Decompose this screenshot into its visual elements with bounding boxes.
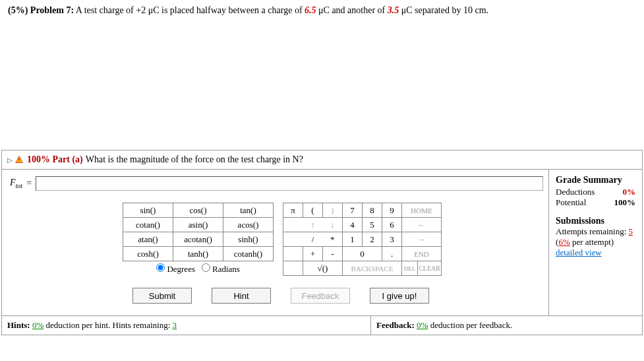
detailed-view-link[interactable]: detailed view bbox=[556, 247, 602, 257]
var-sub: tot bbox=[16, 182, 23, 189]
func-cosh[interactable]: cosh() bbox=[123, 247, 173, 261]
hints-remaining: 3 bbox=[173, 320, 177, 330]
deductions-value: 0% bbox=[623, 187, 636, 197]
key-3[interactable]: 3 bbox=[382, 232, 402, 247]
variable-name: Ftot bbox=[10, 178, 22, 189]
func-tan[interactable]: tan() bbox=[223, 203, 274, 218]
var-base: F bbox=[10, 178, 16, 187]
attempts-label: Attempts remaining: bbox=[556, 226, 628, 236]
key-6[interactable]: 6 bbox=[382, 218, 402, 232]
main-row: Ftot = sin() cos() tan() bbox=[2, 170, 642, 315]
key-del[interactable]: DEL bbox=[402, 261, 418, 275]
submit-button[interactable]: Submit bbox=[132, 288, 192, 304]
key-home[interactable]: HOME bbox=[402, 203, 442, 218]
problem-text-3: μC separated by 10 cm. bbox=[399, 5, 488, 15]
radians-label: Radians bbox=[212, 264, 240, 274]
func-cos[interactable]: cos() bbox=[173, 203, 223, 218]
feedback-pct: 0% bbox=[417, 320, 428, 330]
degrees-radio[interactable]: Degrees bbox=[156, 264, 195, 274]
action-buttons: Submit Hint Feedback I give up! bbox=[132, 288, 543, 304]
left-panel: Ftot = sin() cos() tan() bbox=[2, 170, 548, 315]
spacer bbox=[0, 21, 644, 150]
key-4[interactable]: 4 bbox=[343, 218, 363, 232]
func-asin[interactable]: asin() bbox=[173, 218, 223, 232]
problem-label: (5%) Problem 7: bbox=[8, 5, 74, 15]
warning-icon bbox=[15, 156, 23, 164]
hints-label: Hints: bbox=[7, 320, 32, 330]
key-1[interactable]: 1 bbox=[343, 232, 363, 247]
potential-value: 100% bbox=[614, 197, 636, 208]
expand-toggle-icon[interactable]: ▷ bbox=[7, 156, 13, 164]
degrees-label: Degrees bbox=[167, 264, 195, 274]
giveup-button[interactable]: I give up! bbox=[370, 288, 429, 304]
func-acos[interactable]: acos() bbox=[223, 218, 274, 232]
func-atan[interactable]: atan() bbox=[123, 232, 173, 247]
key-divide[interactable]: / bbox=[303, 232, 323, 247]
per-attempt-pct: 6% bbox=[558, 237, 570, 247]
blank-cell-3 bbox=[283, 247, 303, 261]
deductions-label: Deductions bbox=[556, 187, 595, 197]
key-caret-up[interactable]: ↑ bbox=[303, 218, 323, 232]
function-pad: sin() cos() tan() cotan() asin() acos() … bbox=[123, 203, 274, 276]
func-tanh[interactable]: tanh() bbox=[173, 247, 223, 261]
hint-button[interactable]: Hint bbox=[212, 288, 271, 304]
part-header: ▷ 100% Part (a) What is the magnitude of… bbox=[2, 150, 642, 170]
blank-cell-4 bbox=[283, 261, 303, 276]
per-r: per attempt) bbox=[570, 237, 614, 247]
key-plus[interactable]: + bbox=[303, 247, 323, 261]
answer-line: Ftot = bbox=[10, 176, 543, 191]
given-value-2: 3.5 bbox=[388, 5, 399, 15]
grade-summary-heading: Grade Summary bbox=[556, 175, 635, 185]
potential-line: Potential 100% bbox=[556, 197, 635, 208]
key-7[interactable]: 7 bbox=[343, 203, 363, 218]
equals-sign: = bbox=[26, 178, 32, 189]
feedback-footer: Feedback: 0% deduction per feedback. bbox=[371, 316, 517, 335]
key-pi[interactable]: π bbox=[283, 203, 303, 218]
feedback-button[interactable]: Feedback bbox=[291, 288, 350, 304]
key-lparen[interactable]: ( bbox=[303, 203, 323, 218]
answer-input[interactable] bbox=[36, 176, 543, 191]
key-8[interactable]: 8 bbox=[363, 203, 382, 218]
svg-rect-1 bbox=[18, 158, 19, 161]
key-rparen[interactable]: ) bbox=[323, 203, 343, 218]
part-label: 100% Part (a) bbox=[27, 154, 83, 165]
part-question: What is the magnitude of the force on th… bbox=[86, 154, 303, 165]
key-dot[interactable]: . bbox=[382, 247, 402, 261]
key-backspace[interactable]: BACKSPACE bbox=[343, 261, 402, 276]
footer-row: Hints: 0% deduction per hint. Hints rema… bbox=[2, 315, 642, 335]
key-multiply[interactable]: * bbox=[323, 232, 343, 247]
func-acotan[interactable]: acotan() bbox=[173, 232, 223, 247]
deductions-line: Deductions 0% bbox=[556, 187, 635, 197]
keypad-area: sin() cos() tan() cotan() asin() acos() … bbox=[123, 203, 543, 276]
key-9[interactable]: 9 bbox=[382, 203, 402, 218]
hints-footer: Hints: 0% deduction per hint. Hints rema… bbox=[2, 316, 371, 335]
submissions-heading: Submissions bbox=[556, 216, 635, 226]
key-caret-down[interactable]: ↓ bbox=[323, 218, 343, 232]
key-right[interactable]: → bbox=[402, 232, 442, 247]
feedback-tail: deduction per feedback. bbox=[428, 320, 512, 330]
func-cotan[interactable]: cotan() bbox=[123, 218, 173, 232]
hints-mid: deduction per hint. Hints remaining: bbox=[44, 320, 172, 330]
func-sinh[interactable]: sinh() bbox=[223, 232, 274, 247]
key-5[interactable]: 5 bbox=[363, 218, 382, 232]
numeric-pad: π ( ) 7 8 9 HOME ↑ ↓ bbox=[283, 203, 442, 276]
key-clear[interactable]: CLEAR bbox=[418, 261, 441, 275]
key-del-clear: DELCLEAR bbox=[402, 261, 442, 276]
given-value-1: 6.5 bbox=[305, 5, 316, 15]
problem-text-2: μC and another of bbox=[316, 5, 388, 15]
radians-radio[interactable]: Radians bbox=[202, 264, 240, 274]
key-2[interactable]: 2 bbox=[363, 232, 382, 247]
key-minus[interactable]: - bbox=[323, 247, 343, 261]
key-left[interactable]: ← bbox=[402, 218, 442, 232]
func-cotanh[interactable]: cotanh() bbox=[223, 247, 274, 261]
key-end[interactable]: END bbox=[402, 247, 442, 261]
svg-rect-2 bbox=[18, 161, 19, 162]
problem-statement: (5%) Problem 7: A test charge of +2 μC i… bbox=[0, 0, 644, 21]
potential-label: Potential bbox=[556, 197, 586, 208]
hints-pct: 0% bbox=[32, 320, 44, 330]
key-sqrt[interactable]: √() bbox=[303, 261, 343, 276]
attempts-line: Attempts remaining: 5 bbox=[556, 226, 635, 237]
func-sin[interactable]: sin() bbox=[123, 203, 173, 218]
attempts-value: 5 bbox=[629, 226, 633, 236]
key-0[interactable]: 0 bbox=[343, 247, 382, 261]
